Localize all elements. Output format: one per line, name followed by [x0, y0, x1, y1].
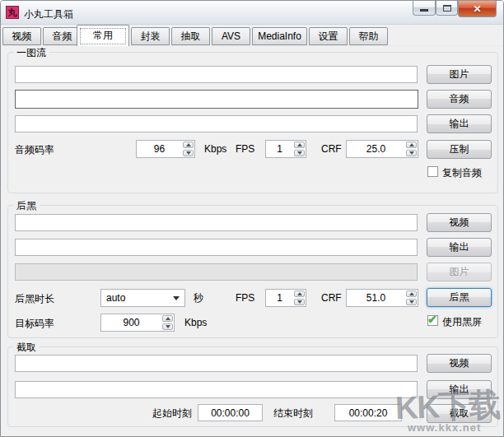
pick-audio-button[interactable]: 音频: [427, 90, 492, 109]
black-fps-spinner[interactable]: 1: [265, 289, 306, 307]
clip-pick-video-button[interactable]: 视频: [427, 354, 492, 373]
clip-end-time-input[interactable]: [334, 404, 402, 421]
tab-settings[interactable]: 设置: [309, 27, 348, 45]
spinner-arrows[interactable]: [161, 314, 174, 331]
spinner-arrows[interactable]: [293, 290, 306, 306]
audio-bitrate-spinner[interactable]: 96: [136, 140, 195, 158]
append-black-run-button[interactable]: 后黑: [427, 288, 492, 307]
spinner-up-icon[interactable]: [406, 142, 417, 148]
black-pick-output-button[interactable]: 输出: [427, 238, 492, 257]
black-duration-value: auto: [106, 292, 125, 304]
spinner-arrows[interactable]: [293, 141, 306, 157]
close-button[interactable]: ✕: [458, 1, 497, 17]
pick-output-button[interactable]: 输出: [427, 114, 492, 133]
fps-value: 1: [266, 141, 293, 157]
target-bitrate-spinner[interactable]: 900: [100, 314, 175, 332]
spinner-down-icon[interactable]: [406, 150, 417, 156]
spinner-down-icon[interactable]: [162, 323, 173, 330]
black-fps-label: FPS: [236, 292, 254, 304]
spinner-up-icon[interactable]: [294, 142, 305, 148]
fps-label: FPS: [236, 143, 254, 155]
use-black-screen-checkbox[interactable]: [427, 315, 438, 326]
pick-image-button[interactable]: 图片: [427, 65, 492, 84]
black-duration-label: 后黑时长: [15, 292, 54, 306]
group-append-black-title: 后黑: [13, 199, 40, 213]
audio-bitrate-label: 音频码率: [15, 143, 54, 157]
group-one-image-stream: 一图流 图片 音频 输出 音频码率 96 Kbps FPS 1 CRF 25.0: [7, 52, 498, 193]
black-duration-combo[interactable]: auto: [100, 289, 185, 307]
tab-mediainfo[interactable]: MediaInfo: [252, 27, 307, 45]
group-clip: 截取 视频 输出 起始时刻 结束时刻 截取: [7, 346, 498, 427]
tab-common[interactable]: 常用: [77, 25, 129, 46]
tab-audio[interactable]: 音频: [43, 27, 82, 45]
chevron-down-icon: [173, 296, 180, 300]
crf-label: CRF: [321, 143, 342, 155]
spinner-down-icon[interactable]: [406, 299, 417, 305]
clip-start-time-input[interactable]: [198, 404, 263, 421]
encode-button[interactable]: 压制: [427, 140, 492, 159]
black-crf-value: 51.0: [347, 290, 405, 306]
copy-audio-label[interactable]: 复制音频: [442, 166, 482, 180]
spinner-down-icon[interactable]: [183, 150, 194, 156]
clip-output-path-input[interactable]: [15, 381, 418, 398]
spinner-up-icon[interactable]: [406, 291, 417, 297]
crf-spinner[interactable]: 25.0: [346, 140, 418, 158]
close-icon: ✕: [473, 4, 481, 14]
group-append-black: 后黑 视频 输出 图片 后黑时长 auto 秒 FPS 1 CRF 51.0: [7, 205, 498, 338]
clip-start-label: 起始时刻: [152, 407, 192, 421]
spinner-down-icon[interactable]: [294, 299, 305, 305]
tab-avs[interactable]: AVS: [212, 27, 250, 45]
tab-common-label: 常用: [93, 30, 113, 41]
spinner-arrows[interactable]: [182, 141, 194, 157]
black-fps-value: 1: [266, 290, 293, 306]
output-path-input[interactable]: [15, 115, 418, 132]
tab-extract[interactable]: 抽取: [171, 27, 210, 45]
target-bitrate-value: 900: [101, 314, 161, 331]
clip-end-label: 结束时刻: [273, 407, 313, 421]
tab-mux[interactable]: 封装: [131, 27, 170, 45]
black-video-path-input[interactable]: [15, 214, 418, 231]
black-pick-image-button: 图片: [427, 263, 492, 281]
seconds-unit-label: 秒: [194, 291, 203, 305]
spinner-up-icon[interactable]: [183, 142, 194, 148]
app-window: 丸 小丸工具箱 ✕ 视频 音频 常用 封装 抽取 AVS MediaInfo 设…: [0, 0, 504, 437]
crf-value: 25.0: [347, 141, 405, 157]
audio-path-input[interactable]: [15, 90, 418, 109]
use-black-screen-label[interactable]: 使用黑屏: [442, 315, 482, 329]
audio-bitrate-value: 96: [137, 141, 182, 157]
target-bitrate-label: 目标码率: [15, 317, 54, 331]
black-output-path-input[interactable]: [15, 239, 418, 256]
copy-audio-checkbox[interactable]: [427, 166, 438, 177]
group-one-image-stream-title: 一图流: [13, 46, 49, 60]
spinner-arrows[interactable]: [405, 141, 418, 157]
spinner-down-icon[interactable]: [294, 150, 305, 156]
tab-video[interactable]: 视频: [2, 27, 41, 45]
clip-video-path-input[interactable]: [15, 355, 418, 372]
maximize-button[interactable]: [436, 1, 458, 16]
black-crf-spinner[interactable]: 51.0: [346, 289, 418, 307]
spinner-up-icon[interactable]: [162, 315, 173, 322]
black-pick-video-button[interactable]: 视频: [427, 213, 492, 232]
group-clip-title: 截取: [13, 341, 40, 355]
minimize-icon: [420, 9, 428, 12]
clip-run-button[interactable]: 截取: [427, 404, 492, 423]
maximize-icon: [443, 5, 451, 12]
app-icon: 丸: [6, 6, 19, 19]
window-title: 小丸工具箱: [24, 7, 73, 21]
clip-pick-output-button[interactable]: 输出: [427, 380, 492, 399]
minimize-button[interactable]: [413, 1, 436, 16]
black-image-path-input: [15, 263, 418, 281]
spinner-up-icon[interactable]: [294, 291, 305, 297]
tab-help[interactable]: 帮助: [349, 27, 388, 45]
black-crf-label: CRF: [321, 292, 342, 304]
target-bitrate-unit-label: Kbps: [184, 317, 207, 328]
fps-spinner[interactable]: 1: [265, 140, 306, 158]
spinner-arrows[interactable]: [405, 290, 418, 306]
image-path-input[interactable]: [15, 66, 418, 83]
kbps-unit-label: Kbps: [204, 143, 226, 155]
